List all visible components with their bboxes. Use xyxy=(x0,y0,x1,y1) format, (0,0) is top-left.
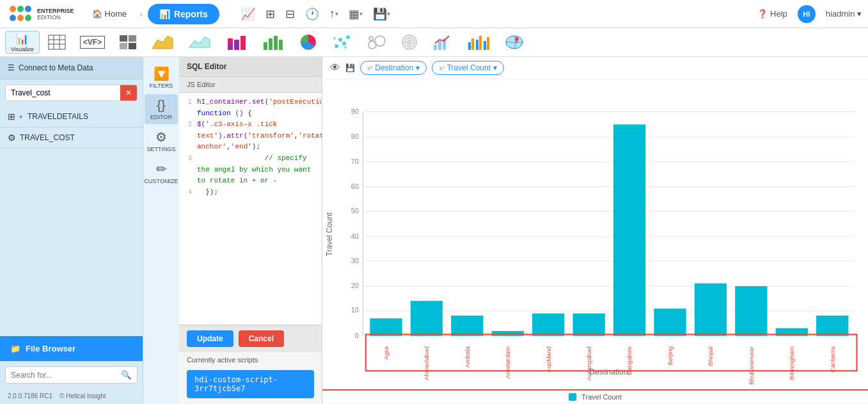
help-button[interactable]: ❓ Help xyxy=(757,9,787,19)
eye-toggle-button[interactable]: 👁 xyxy=(330,62,340,74)
svg-point-51 xyxy=(515,37,519,41)
combo-chart-btn[interactable] xyxy=(427,31,459,54)
bar-ambala xyxy=(451,316,483,336)
svg-rect-11 xyxy=(120,35,127,42)
bar-ahmedabad xyxy=(411,301,443,336)
columns-toolbar-btn[interactable]: ▦▾ xyxy=(345,4,367,24)
svg-point-33 xyxy=(375,36,385,46)
user-menu[interactable]: hiadmin ▾ xyxy=(826,9,862,19)
history-toolbar-btn[interactable]: 🕐 xyxy=(301,4,323,24)
label-birmingham: Birmingham xyxy=(788,346,795,380)
area-chart-btn[interactable] xyxy=(145,31,180,54)
editor-button[interactable]: {} EDITOR xyxy=(145,94,178,124)
bar-bangalore xyxy=(613,124,645,335)
bar-chart-icon xyxy=(262,33,285,51)
svg-rect-14 xyxy=(129,43,136,49)
multibar-chart-btn[interactable] xyxy=(461,31,496,54)
bar-chart-btn[interactable] xyxy=(256,31,291,54)
bar-auckland xyxy=(532,314,564,336)
sidebar-item-traveldetails[interactable]: ⊞ ▾ TRAVELDETAILS xyxy=(0,106,143,127)
svg-point-29 xyxy=(346,35,350,39)
svg-rect-18 xyxy=(228,38,233,44)
svg-text:50: 50 xyxy=(351,207,359,214)
settings-button[interactable]: ⚙ SETTINGS xyxy=(145,125,178,156)
bubble-icon xyxy=(366,33,386,51)
radial-chart-btn[interactable] xyxy=(395,31,424,54)
pivot-toolbar-btn[interactable]: ⊟ xyxy=(281,4,299,24)
vf-icon: <VF> xyxy=(80,36,105,49)
filters-button[interactable]: 🔽 FILTERS xyxy=(145,62,178,93)
connect-icon: ☰ xyxy=(8,63,15,72)
radial-icon xyxy=(400,33,418,51)
customize-button[interactable]: ✏ CUSTOMIZE xyxy=(145,158,178,188)
stacked-bar-chart-btn[interactable] xyxy=(219,31,254,54)
svg-rect-23 xyxy=(274,36,278,50)
bar-agra xyxy=(370,318,402,335)
user-dropdown-arrow: ▾ xyxy=(857,9,862,19)
svg-rect-21 xyxy=(264,42,267,50)
svg-point-30 xyxy=(333,37,336,40)
destination-dimension-badge[interactable]: x² Destination ▾ xyxy=(360,61,427,75)
pie-chart-btn[interactable] xyxy=(294,31,323,54)
cancel-button[interactable]: Cancel xyxy=(239,330,284,347)
combo-icon xyxy=(432,33,453,51)
svg-point-31 xyxy=(344,46,347,49)
chart-svg: Travel Count 0 10 20 30 40 50 xyxy=(322,79,868,389)
svg-rect-24 xyxy=(279,40,283,50)
update-button[interactable]: Update xyxy=(187,330,233,347)
svg-rect-20 xyxy=(241,36,246,50)
editor-panel: SQL Editor JS Editor 1 hI_container.set(… xyxy=(179,57,322,403)
save-toolbar-btn[interactable]: 💾▾ xyxy=(369,4,394,24)
sidebar-bottom: 📁 File Browser 🔍 2.0.0.7186 RC1 © Helica… xyxy=(0,336,143,403)
travel-count-measure-badge[interactable]: x² Travel Count ▾ xyxy=(432,61,504,75)
x2-measure-superscript: x² xyxy=(439,65,444,72)
bar-aurangabad xyxy=(573,314,605,336)
file-browser-button[interactable]: 📁 File Browser xyxy=(0,336,143,361)
svg-point-3 xyxy=(10,15,16,21)
connect-metadata-button[interactable]: ☰ Connect to Meta Data xyxy=(0,57,143,79)
reports-nav-button[interactable]: 📊 Reports xyxy=(148,4,219,24)
svg-point-2 xyxy=(25,6,31,12)
x2-superscript: x² xyxy=(367,65,372,72)
left-sidebar: ☰ Connect to Meta Data ✕ ⊞ ▾ TRAVELDETAI… xyxy=(0,57,143,403)
scatter-chart-btn[interactable] xyxy=(326,31,358,54)
home-button[interactable]: 🏠 Home xyxy=(84,5,135,22)
heatmap-chart-btn[interactable] xyxy=(113,31,143,54)
svg-rect-47 xyxy=(484,41,486,50)
label-ambala: Ambala xyxy=(464,346,471,368)
table-toolbar-btn[interactable]: ⊞ xyxy=(262,4,279,24)
svg-point-1 xyxy=(17,6,24,12)
chart-save-button[interactable]: 💾 xyxy=(345,63,355,72)
line-chart-toolbar-btn[interactable]: 📈 xyxy=(237,4,259,24)
middle-inner: 🔽 FILTERS {} EDITOR ⚙ SETTINGS ✏ CUSTOMI… xyxy=(143,57,322,403)
code-editor[interactable]: 1 hI_container.set('postExecution', func… xyxy=(179,93,322,325)
file-search-container: 🔍 xyxy=(5,366,138,384)
sidebar-item-travel-cost[interactable]: ⚙ TRAVEL_COST xyxy=(0,127,143,149)
share-toolbar-btn[interactable]: ↑▾ xyxy=(326,4,342,23)
table-search-clear-button[interactable]: ✕ xyxy=(120,85,137,101)
map-chart-btn[interactable] xyxy=(498,31,530,54)
table-search-input[interactable] xyxy=(6,85,120,101)
toolbar-icons: 📈 ⊞ ⊟ 🕐 ↑▾ ▦▾ 💾▾ xyxy=(237,4,394,24)
vf-chart-btn[interactable]: <VF> xyxy=(74,31,111,54)
bar-canberra xyxy=(816,316,848,336)
table-chart-btn[interactable] xyxy=(42,31,72,54)
chart-type-toolbar: 📊 Visualize <VF> xyxy=(0,28,868,57)
home-icon: 🏠 xyxy=(92,9,102,19)
bubble-chart-btn[interactable] xyxy=(360,31,392,54)
filter-icon: 🔽 xyxy=(154,66,170,81)
svg-text:20: 20 xyxy=(351,282,359,289)
svg-rect-17 xyxy=(228,44,233,50)
x-axis-label: Destination xyxy=(589,368,627,376)
line-chart-btn[interactable] xyxy=(182,31,217,54)
svg-rect-19 xyxy=(234,40,239,50)
table-chart-icon xyxy=(48,35,66,50)
file-search-input[interactable] xyxy=(6,368,116,383)
dropdown-arrow-icon: ▾ xyxy=(19,113,22,120)
svg-rect-6 xyxy=(49,35,65,49)
svg-point-26 xyxy=(335,44,338,48)
reports-icon: 📊 xyxy=(159,9,170,19)
visualize-chart-btn[interactable]: 📊 Visualize xyxy=(5,31,40,54)
file-search-button[interactable]: 🔍 xyxy=(116,367,137,383)
sql-editor-header: SQL Editor xyxy=(179,57,322,77)
